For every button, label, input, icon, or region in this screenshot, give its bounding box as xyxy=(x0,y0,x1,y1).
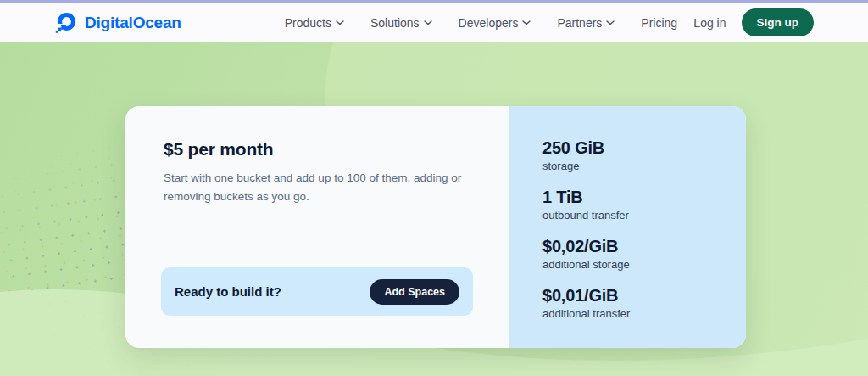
nav-links: Products Solutions Developers Partners xyxy=(285,16,677,30)
add-spaces-button[interactable]: Add Spaces xyxy=(370,279,459,305)
price-description: Start with one bucket and add up to 100 … xyxy=(164,169,462,205)
spec-item-storage: 250 GiB storage xyxy=(542,137,746,173)
spec-item-additional-storage: $0,02/GiB additional storage xyxy=(542,236,746,272)
pricing-card-left-panel: $5 per month Start with one bucket and a… xyxy=(125,106,509,348)
nav-item-solutions[interactable]: Solutions xyxy=(370,16,432,30)
spec-value: $0,02/GiB xyxy=(542,236,746,256)
pricing-card: $5 per month Start with one bucket and a… xyxy=(125,106,746,348)
chevron-down-icon xyxy=(522,20,531,25)
nav-item-developers[interactable]: Developers xyxy=(459,16,531,30)
logo-wordmark: DigitalOcean xyxy=(85,14,181,32)
spec-item-additional-transfer: $0,01/GiB additional transfer xyxy=(542,285,746,321)
price-title: $5 per month xyxy=(164,139,462,160)
spec-label: storage xyxy=(542,159,746,173)
nav-item-partners[interactable]: Partners xyxy=(557,16,615,30)
nav-item-label: Solutions xyxy=(370,16,420,30)
nav-item-label: Pricing xyxy=(641,16,677,30)
digitalocean-logo[interactable]: DigitalOcean xyxy=(54,11,181,35)
page: DigitalOcean Products Solutions Develope… xyxy=(0,0,868,376)
chevron-down-icon xyxy=(424,20,432,25)
cta-prompt: Ready to build it? xyxy=(175,284,281,299)
spec-value: $0,01/GiB xyxy=(542,285,746,306)
spec-label: additional storage xyxy=(542,257,746,272)
cta-box: Ready to build it? Add Spaces xyxy=(161,267,473,316)
nav-item-label: Products xyxy=(285,16,331,30)
spec-value: 1 TiB xyxy=(542,187,746,207)
navbar: DigitalOcean Products Solutions Develope… xyxy=(0,3,868,42)
nav-item-label: Partners xyxy=(557,16,602,30)
nav-item-products[interactable]: Products xyxy=(285,16,344,30)
spec-item-outbound-transfer: 1 TiB outbound transfer xyxy=(542,187,746,222)
nav-item-pricing[interactable]: Pricing xyxy=(641,16,677,30)
signup-button[interactable]: Sign up xyxy=(742,8,815,36)
spec-label: additional transfer xyxy=(542,306,746,321)
chevron-down-icon xyxy=(336,20,344,25)
digitalocean-logo-icon xyxy=(54,11,78,35)
nav-item-label: Developers xyxy=(459,16,519,30)
spec-label: outbound transfer xyxy=(542,208,746,222)
top-accent-line xyxy=(0,0,868,3)
nav-right: Log in Sign up xyxy=(693,8,814,36)
chevron-down-icon xyxy=(606,20,615,25)
pricing-card-specs-panel: 250 GiB storage 1 TiB outbound transfer … xyxy=(509,106,746,348)
spec-value: 250 GiB xyxy=(542,137,746,158)
login-link[interactable]: Log in xyxy=(693,16,726,30)
